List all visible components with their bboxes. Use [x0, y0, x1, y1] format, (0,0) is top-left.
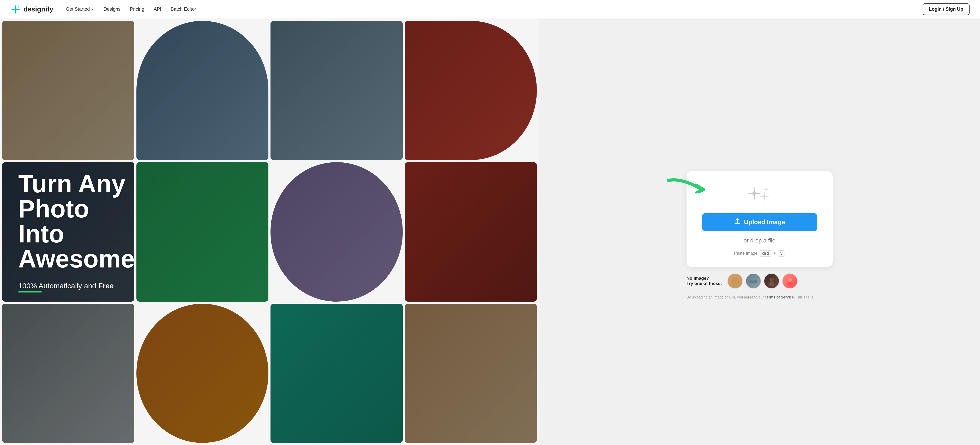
main-content: Turn Any Photo Into Awesome 100% Automat… — [0, 19, 980, 445]
hero-subtitle: 100% Automatically and Free — [18, 282, 521, 292]
hero-overlay: Turn Any Photo Into Awesome 100% Automat… — [0, 19, 539, 445]
logo-icon — [10, 4, 21, 14]
svg-point-1 — [731, 278, 739, 284]
no-image-label: No Image? Try one of these: — [687, 276, 722, 286]
nav-item-get-started[interactable]: Get Started ▼ — [66, 6, 94, 12]
login-button[interactable]: Login / Sign Up — [923, 3, 970, 15]
no-image-row: No Image? Try one of these: — [687, 273, 833, 289]
svg-rect-3 — [751, 278, 756, 281]
svg-point-4 — [770, 278, 774, 282]
chevron-down-icon: ▼ — [91, 8, 94, 11]
sparkles-icon — [746, 184, 773, 205]
sample-image-1[interactable] — [727, 273, 743, 289]
terms-link[interactable]: Terms of Service — [765, 295, 794, 299]
nav-item-designs[interactable]: Designs — [103, 6, 121, 12]
sample-image-4[interactable] — [782, 273, 798, 289]
paste-v-key: v — [778, 250, 785, 256]
sparkles-icon-container — [746, 184, 773, 205]
navbar-left: designify Get Started ▼ Designs Pricing … — [10, 4, 196, 14]
svg-point-6 — [788, 278, 792, 282]
logo-link[interactable]: designify — [10, 4, 53, 14]
free-underline — [18, 291, 42, 292]
hero-left: Turn Any Photo Into Awesome 100% Automat… — [0, 19, 539, 445]
nav-item-pricing[interactable]: Pricing — [130, 6, 144, 12]
green-arrow — [666, 175, 707, 194]
svg-point-7 — [787, 282, 793, 286]
paste-cmd-key: cmd — [760, 250, 771, 256]
drop-text: or drop a file — [744, 237, 775, 244]
nav-links: Get Started ▼ Designs Pricing API Batch … — [66, 6, 196, 12]
svg-point-5 — [769, 282, 775, 286]
paste-row: Paste Image cmd + v — [734, 250, 785, 256]
sample-image-2[interactable] — [746, 273, 761, 289]
hero-title: Turn Any Photo Into Awesome — [18, 171, 521, 272]
svg-rect-0 — [735, 223, 740, 224]
terms-text: By uploading an image or URL you agree t… — [687, 295, 833, 299]
logo-text: designify — [24, 5, 53, 13]
sample-image-3[interactable] — [764, 273, 780, 289]
sample-images — [727, 273, 798, 289]
nav-item-batch-editor[interactable]: Batch Editor — [170, 6, 196, 12]
upload-icon — [734, 218, 741, 226]
nav-item-api[interactable]: API — [154, 6, 161, 12]
navbar: designify Get Started ▼ Designs Pricing … — [0, 0, 980, 19]
hero-right: Upload Image or drop a file Paste Image … — [539, 19, 980, 445]
upload-card: Upload Image or drop a file Paste Image … — [687, 171, 833, 267]
upload-button[interactable]: Upload Image — [702, 213, 817, 231]
